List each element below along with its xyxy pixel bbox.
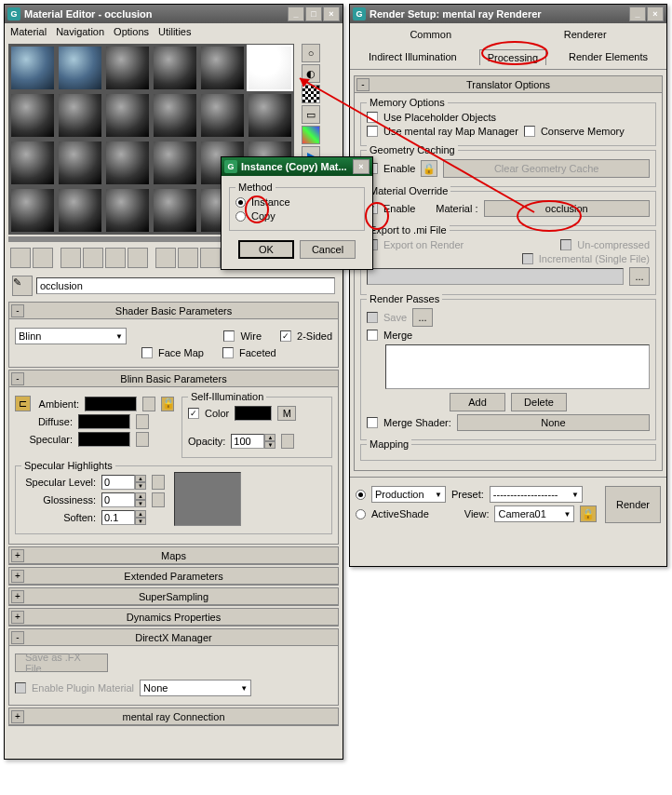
render-setup-titlebar[interactable]: G Render Setup: mental ray Renderer _ × [350,5,666,23]
map-manager-checkbox[interactable] [367,126,378,137]
video-check-icon[interactable] [302,126,320,144]
save-fx-button[interactable]: Save as .FX File [15,654,108,672]
get-material-icon[interactable] [10,248,31,268]
wire-checkbox[interactable] [223,330,235,342]
conserve-checkbox[interactable] [524,126,535,137]
material-editor-titlebar[interactable]: G Material Editor - occlusion _ □ × [5,5,343,23]
merge-checkbox[interactable] [367,330,378,341]
specular-swatch[interactable] [78,432,130,447]
material-slot[interactable] [152,45,198,91]
material-slot[interactable] [9,187,56,234]
save-checkbox[interactable] [367,312,378,323]
clear-cache-button[interactable]: Clear Geometry Cache [443,159,650,178]
material-slot[interactable] [152,92,198,139]
material-slot[interactable] [57,92,103,139]
passes-list[interactable] [385,344,650,389]
lock-view-icon[interactable]: 🔒 [580,505,597,522]
two-sided-checkbox[interactable] [280,330,291,342]
reset-icon[interactable] [83,248,103,268]
rollout-toggle[interactable]: - [11,372,24,385]
rollout-toggle[interactable]: + [11,611,24,624]
close-button[interactable]: × [323,7,340,21]
cancel-button[interactable]: Cancel [300,240,356,259]
material-slot[interactable] [57,45,103,91]
gloss-map-btn[interactable] [152,492,165,507]
material-slot[interactable] [152,140,198,186]
material-slot[interactable] [9,140,56,186]
tab-elements[interactable]: Render Elements [561,49,655,65]
copy-radio[interactable] [235,211,246,222]
lock-icon[interactable]: 🔒 [421,160,437,177]
material-slot-selected[interactable] [247,45,293,91]
close-button[interactable]: × [647,7,664,21]
tab-processing[interactable]: Processing [479,49,546,65]
opacity-spinner[interactable]: ▲▼ [231,434,276,449]
close-button[interactable]: × [353,159,370,174]
material-slot[interactable] [9,92,56,139]
uncompressed-checkbox[interactable] [560,239,571,250]
nav-sibling-icon[interactable] [200,248,221,268]
view-dropdown[interactable]: Camera01▼ [494,505,574,522]
sample-type-icon[interactable]: ○ [302,44,320,62]
lock-icon[interactable]: ⊏ [15,396,31,411]
diffuse-swatch[interactable] [78,414,130,429]
material-slot[interactable] [57,140,103,186]
production-dropdown[interactable]: Production▼ [371,486,446,503]
lock-diffuse-icon[interactable]: 🔒 [161,397,174,411]
rollout-toggle[interactable]: + [11,710,24,723]
put-to-scene-icon[interactable] [33,248,53,268]
rollout-toggle[interactable]: + [11,590,24,603]
minimize-button[interactable]: _ [288,7,304,21]
rollout-toggle[interactable]: - [11,304,24,317]
merge-shader-checkbox[interactable] [367,417,378,428]
show-result-icon[interactable] [155,248,176,268]
face-map-checkbox[interactable] [141,347,153,358]
menu-options[interactable]: Options [114,26,149,37]
preset-dropdown[interactable]: -------------------▼ [490,486,583,503]
sample-uv-icon[interactable]: ▭ [302,105,320,124]
export-path-field[interactable] [367,268,624,285]
material-slot[interactable] [57,187,103,234]
minimize-button[interactable]: _ [629,7,646,21]
gloss-spinner[interactable]: ▲▼ [101,492,146,507]
tab-indirect[interactable]: Indirect Illumination [361,49,464,65]
rollout-toggle[interactable]: - [356,78,370,91]
render-button[interactable]: Render [605,486,661,523]
material-slot[interactable] [152,187,198,234]
material-slot[interactable] [104,140,151,186]
pick-icon[interactable]: ✎ [12,276,33,296]
background-icon[interactable] [302,85,320,103]
browse-button[interactable]: ... [629,267,650,286]
instance-radio[interactable] [235,197,246,208]
maximize-button[interactable]: □ [305,7,322,21]
placeholder-checkbox[interactable] [367,112,378,123]
spec-level-map-btn[interactable] [152,475,165,490]
backlight-icon[interactable]: ◐ [302,64,320,83]
faceted-checkbox[interactable] [222,347,234,358]
tab-renderer[interactable]: Renderer [557,27,614,42]
self-illum-swatch[interactable] [235,406,272,421]
material-slot[interactable] [104,92,151,139]
tab-common[interactable]: Common [402,27,459,42]
self-illum-map-btn[interactable]: M [277,406,296,421]
save-browse-button[interactable]: ... [412,308,433,327]
merge-shader-slot[interactable]: None [457,414,650,431]
spec-level-spinner[interactable]: ▲▼ [101,475,146,490]
material-slot[interactable] [104,187,151,234]
incremental-checkbox[interactable] [522,253,533,264]
dialog-titlebar[interactable]: G Instance (Copy) Mat... × [222,157,372,176]
material-slot[interactable] [104,45,151,91]
nav-parent-icon[interactable] [178,248,198,268]
material-slot[interactable] [247,92,293,139]
menu-utilities[interactable]: Utilities [158,26,191,37]
menu-material[interactable]: Material [10,26,47,37]
copy-icon[interactable] [105,248,126,268]
material-slot[interactable] [9,45,56,91]
opacity-map-btn[interactable] [281,434,294,449]
assign-icon[interactable] [60,248,81,268]
production-radio[interactable] [356,490,366,500]
menu-navigation[interactable]: Navigation [56,26,104,37]
material-name-input[interactable] [36,277,335,294]
material-slot-button[interactable]: occlusion [484,200,650,217]
enable-plugin-checkbox[interactable] [15,682,26,694]
